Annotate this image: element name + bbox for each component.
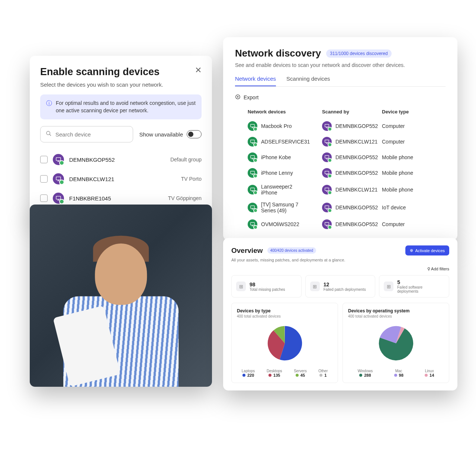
device-row: DEMNBKGOP552Default group — [40, 150, 202, 169]
device-group: Default group — [170, 157, 202, 163]
svg-point-0 — [46, 131, 50, 135]
scanner-icon — [322, 168, 332, 178]
svg-rect-33 — [325, 171, 329, 174]
device-icon — [53, 193, 64, 204]
export-button[interactable]: Export — [235, 90, 446, 106]
table-row[interactable]: [TV] Samsung 7 Series (49)DEMNBKGOP552Io… — [235, 199, 446, 216]
chart-subtitle: 400 total activated devices — [348, 314, 444, 318]
device-name: DEMNBKCLW121 — [69, 176, 176, 182]
svg-rect-36 — [251, 188, 255, 190]
svg-rect-21 — [325, 140, 329, 142]
svg-rect-45 — [325, 206, 329, 208]
chart-title: Devices by operating system — [348, 308, 444, 313]
table-row[interactable]: OVMOliWS2022DEMNBKGOP552Computer — [235, 216, 446, 232]
legend-value: 1 — [324, 373, 327, 377]
device-icon — [53, 173, 64, 184]
tab-network-devices[interactable]: Network devices — [235, 75, 276, 86]
activate-devices-button[interactable]: ⊕ Activate devices — [405, 245, 449, 255]
table-row[interactable]: Lansweeper2 iPhoneDEMNBKCLW121Mobile pho… — [235, 181, 446, 199]
scanned-by: DEMNBKGOP552 — [335, 221, 378, 227]
devices-activated-badge: 400/420 devices activated — [267, 247, 316, 254]
stat-card[interactable]: ⊞12Failed patch deployments — [305, 275, 376, 298]
pie-chart — [376, 323, 416, 364]
tab-scanning-devices[interactable]: Scanning devices — [286, 75, 330, 86]
legend-label: Other — [318, 369, 328, 373]
device-name: ADSELFSERVICE31 — [261, 139, 310, 145]
stat-value: 12 — [324, 282, 366, 287]
device-type: Mobile phone — [382, 154, 446, 160]
info-banner: ⓘ For optimal results and to avoid netwo… — [40, 94, 202, 119]
table-row[interactable]: iPhone LennyDEMNBKGOP552Mobile phone — [235, 165, 446, 181]
panel-title: Network discovery — [235, 48, 321, 59]
info-icon: ⓘ — [46, 100, 52, 114]
stat-value: 98 — [250, 282, 285, 287]
svg-rect-12 — [251, 124, 255, 127]
device-group: TV Göppingen — [168, 195, 202, 201]
stat-icon: ⊞ — [384, 282, 393, 291]
chart-subtitle: 400 total activated devices — [237, 314, 332, 318]
filters-label: Add filters — [431, 267, 449, 271]
legend-value: 14 — [430, 373, 434, 377]
filter-icon: ⚲ — [427, 267, 430, 271]
overview-panel: Overview 400/420 devices activated ⊕ Act… — [223, 238, 457, 390]
scanner-icon — [322, 203, 332, 212]
device-name: Lansweeper2 iPhone — [261, 184, 309, 196]
device-type: Computer — [382, 139, 446, 145]
device-type: Computer — [382, 221, 446, 227]
legend-label: Servers — [294, 369, 306, 373]
scanned-by: DEMNBKGOP552 — [335, 154, 378, 160]
device-type: Computer — [382, 123, 446, 129]
panel-title: Enable scanning devices — [40, 66, 160, 78]
show-unavailable-toggle[interactable] — [187, 130, 202, 138]
legend-dot — [319, 374, 322, 377]
device-name: Macbook Pro — [261, 123, 292, 129]
svg-rect-18 — [251, 140, 255, 142]
plus-icon: ⊕ — [410, 248, 413, 253]
stat-label: Total missing patches — [250, 287, 285, 292]
stat-card[interactable]: ⊞5Failed software deployments — [379, 275, 449, 298]
device-icon — [53, 154, 64, 165]
legend-dot — [268, 374, 271, 377]
scanned-by: DEMNBKGOP552 — [335, 205, 378, 210]
search-input[interactable] — [55, 131, 128, 138]
legend-item: Servers45 — [294, 369, 306, 377]
devices-discovered-badge: 311/1000 devices discovered — [326, 49, 391, 58]
device-type: IoT device — [382, 205, 446, 210]
close-icon[interactable]: ✕ — [195, 66, 202, 74]
svg-rect-30 — [251, 171, 255, 174]
legend-label: Laptops — [242, 369, 255, 373]
device-checkbox[interactable] — [40, 194, 48, 202]
network-discovery-panel: Network discovery 311/1000 devices disco… — [223, 37, 457, 240]
device-row: DEMNBKCLW121TV Porto — [40, 169, 202, 189]
scanner-icon — [322, 219, 332, 229]
column-header: Device type — [382, 109, 446, 115]
legend-label: Linux — [425, 369, 434, 373]
device-checkbox[interactable] — [40, 175, 48, 183]
legend-value: 288 — [364, 373, 371, 377]
legend-value: 98 — [399, 373, 403, 377]
svg-rect-27 — [325, 155, 329, 158]
devices-by-type-chart: Devices by type 400 total activated devi… — [231, 303, 338, 383]
add-filters-button[interactable]: ⚲ Add filters — [231, 267, 449, 271]
svg-rect-2 — [56, 158, 61, 161]
svg-rect-51 — [325, 222, 329, 225]
scanner-icon — [322, 185, 332, 194]
device-type: Mobile phone — [382, 187, 446, 193]
search-input-wrapper[interactable] — [40, 126, 133, 142]
legend-value: 220 — [247, 373, 254, 377]
device-type: Mobile phone — [382, 170, 446, 176]
scanner-icon — [322, 121, 332, 131]
device-list: DEMNBKGOP552Default groupDEMNBKCLW121TV … — [40, 150, 202, 208]
table-row[interactable]: ADSELFSERVICE31DEMNBKCLW121Computer — [235, 134, 446, 149]
marketing-photo — [30, 205, 212, 387]
scanned-by: DEMNBKGOP552 — [335, 170, 378, 176]
device-checkbox[interactable] — [40, 156, 48, 163]
table-row[interactable]: iPhone KobeDEMNBKGOP552Mobile phone — [235, 149, 446, 165]
device-name: DEMNBKGOP552 — [69, 157, 165, 163]
svg-rect-5 — [56, 177, 61, 180]
table-row[interactable]: Macbook ProDEMNBKGOP552Computer — [235, 118, 446, 134]
stat-card[interactable]: ⊞98Total missing patches — [231, 275, 302, 298]
scanned-by: DEMNBKCLW121 — [335, 139, 377, 145]
svg-rect-8 — [56, 196, 61, 199]
device-icon — [248, 203, 257, 212]
